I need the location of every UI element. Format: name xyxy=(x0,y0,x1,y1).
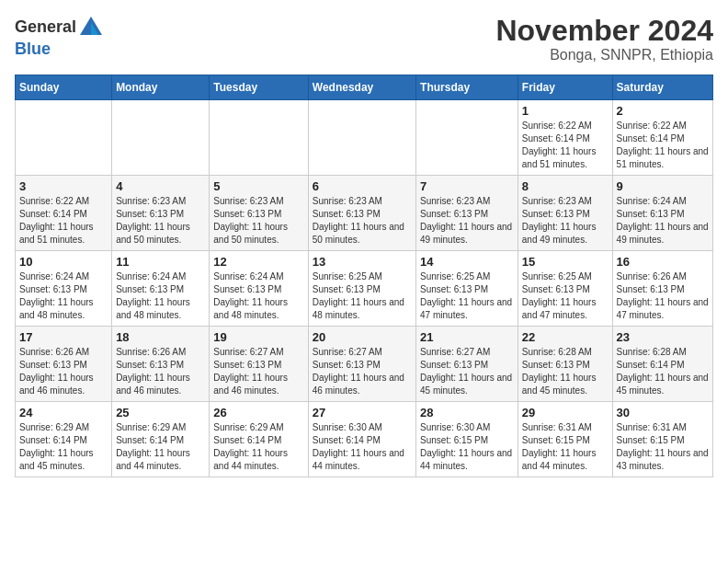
location-subtitle: Bonga, SNNPR, Ethiopia xyxy=(495,47,713,63)
day-number: 3 xyxy=(19,179,108,193)
day-number: 28 xyxy=(420,406,514,419)
calendar-cell: 3Sunrise: 6:22 AM Sunset: 6:14 PM Daylig… xyxy=(16,176,112,251)
day-info: Sunrise: 6:22 AM Sunset: 6:14 PM Dayligh… xyxy=(617,120,709,171)
logo-general: General xyxy=(15,18,76,37)
calendar-cell: 28Sunrise: 6:30 AM Sunset: 6:15 PM Dayli… xyxy=(416,402,518,477)
calendar-cell: 16Sunrise: 6:26 AM Sunset: 6:13 PM Dayli… xyxy=(612,251,712,327)
calendar-cell: 13Sunrise: 6:25 AM Sunset: 6:13 PM Dayli… xyxy=(308,251,415,327)
day-info: Sunrise: 6:25 AM Sunset: 6:13 PM Dayligh… xyxy=(522,270,609,322)
day-number: 27 xyxy=(313,406,412,419)
calendar-cell: 25Sunrise: 6:29 AM Sunset: 6:14 PM Dayli… xyxy=(112,402,210,477)
calendar-cell: 26Sunrise: 6:29 AM Sunset: 6:14 PM Dayli… xyxy=(210,402,308,477)
day-info: Sunrise: 6:26 AM Sunset: 6:13 PM Dayligh… xyxy=(19,346,108,397)
day-number: 7 xyxy=(420,179,514,193)
calendar-cell: 1Sunrise: 6:22 AM Sunset: 6:14 PM Daylig… xyxy=(518,100,612,176)
day-info: Sunrise: 6:28 AM Sunset: 6:14 PM Dayligh… xyxy=(617,346,709,397)
day-of-week-header: Thursday xyxy=(416,75,518,100)
calendar-table: SundayMondayTuesdayWednesdayThursdayFrid… xyxy=(15,75,713,477)
day-info: Sunrise: 6:25 AM Sunset: 6:13 PM Dayligh… xyxy=(420,270,514,322)
day-number: 18 xyxy=(116,330,205,344)
day-of-week-header: Sunday xyxy=(16,75,112,100)
day-info: Sunrise: 6:23 AM Sunset: 6:13 PM Dayligh… xyxy=(213,195,303,247)
day-info: Sunrise: 6:26 AM Sunset: 6:13 PM Dayligh… xyxy=(116,346,205,397)
day-number: 29 xyxy=(522,406,609,419)
calendar-cell: 14Sunrise: 6:25 AM Sunset: 6:13 PM Dayli… xyxy=(416,251,518,327)
day-number: 19 xyxy=(213,330,303,344)
calendar-week-row: 1Sunrise: 6:22 AM Sunset: 6:14 PM Daylig… xyxy=(16,100,713,176)
day-number: 22 xyxy=(522,330,609,344)
day-number: 17 xyxy=(19,330,108,344)
day-number: 14 xyxy=(420,255,514,269)
day-number: 30 xyxy=(617,406,709,419)
title-area: November 2024 Bonga, SNNPR, Ethiopia xyxy=(495,15,713,63)
day-number: 5 xyxy=(213,179,303,193)
day-number: 24 xyxy=(19,406,108,419)
calendar-week-row: 3Sunrise: 6:22 AM Sunset: 6:14 PM Daylig… xyxy=(16,176,713,251)
day-info: Sunrise: 6:22 AM Sunset: 6:14 PM Dayligh… xyxy=(19,195,108,247)
calendar-cell: 23Sunrise: 6:28 AM Sunset: 6:14 PM Dayli… xyxy=(612,327,712,402)
day-info: Sunrise: 6:27 AM Sunset: 6:13 PM Dayligh… xyxy=(420,346,514,397)
day-info: Sunrise: 6:24 AM Sunset: 6:13 PM Dayligh… xyxy=(617,195,709,247)
day-info: Sunrise: 6:23 AM Sunset: 6:13 PM Dayligh… xyxy=(116,195,205,247)
calendar-cell xyxy=(416,100,518,176)
calendar-week-row: 17Sunrise: 6:26 AM Sunset: 6:13 PM Dayli… xyxy=(16,327,713,402)
day-of-week-header: Saturday xyxy=(612,75,712,100)
day-info: Sunrise: 6:27 AM Sunset: 6:13 PM Dayligh… xyxy=(313,346,412,397)
day-info: Sunrise: 6:25 AM Sunset: 6:13 PM Dayligh… xyxy=(313,270,412,322)
day-info: Sunrise: 6:27 AM Sunset: 6:13 PM Dayligh… xyxy=(213,346,303,397)
day-number: 11 xyxy=(116,255,205,269)
day-number: 16 xyxy=(617,255,709,269)
calendar-cell xyxy=(112,100,210,176)
day-info: Sunrise: 6:29 AM Sunset: 6:14 PM Dayligh… xyxy=(116,421,205,473)
calendar-cell: 18Sunrise: 6:26 AM Sunset: 6:13 PM Dayli… xyxy=(112,327,210,402)
calendar-cell: 10Sunrise: 6:24 AM Sunset: 6:13 PM Dayli… xyxy=(16,251,112,327)
day-number: 15 xyxy=(522,255,609,269)
calendar-cell: 2Sunrise: 6:22 AM Sunset: 6:14 PM Daylig… xyxy=(612,100,712,176)
day-info: Sunrise: 6:22 AM Sunset: 6:14 PM Dayligh… xyxy=(522,120,609,171)
calendar-cell: 20Sunrise: 6:27 AM Sunset: 6:13 PM Dayli… xyxy=(308,327,415,402)
day-info: Sunrise: 6:29 AM Sunset: 6:14 PM Dayligh… xyxy=(213,421,303,473)
day-info: Sunrise: 6:24 AM Sunset: 6:13 PM Dayligh… xyxy=(213,270,303,322)
day-number: 10 xyxy=(19,255,108,269)
calendar-cell: 19Sunrise: 6:27 AM Sunset: 6:13 PM Dayli… xyxy=(210,327,308,402)
calendar-cell: 12Sunrise: 6:24 AM Sunset: 6:13 PM Dayli… xyxy=(210,251,308,327)
header: General Blue November 2024 Bonga, SNNPR,… xyxy=(15,15,713,63)
day-number: 12 xyxy=(213,255,303,269)
day-info: Sunrise: 6:31 AM Sunset: 6:15 PM Dayligh… xyxy=(617,421,709,473)
day-number: 8 xyxy=(522,179,609,193)
calendar-cell: 15Sunrise: 6:25 AM Sunset: 6:13 PM Dayli… xyxy=(518,251,612,327)
calendar-cell: 9Sunrise: 6:24 AM Sunset: 6:13 PM Daylig… xyxy=(612,176,712,251)
day-number: 26 xyxy=(213,406,303,419)
month-title: November 2024 xyxy=(495,15,713,47)
day-number: 9 xyxy=(617,179,709,193)
day-number: 4 xyxy=(116,179,205,193)
calendar-cell: 27Sunrise: 6:30 AM Sunset: 6:14 PM Dayli… xyxy=(308,402,415,477)
calendar-cell: 29Sunrise: 6:31 AM Sunset: 6:15 PM Dayli… xyxy=(518,402,612,477)
calendar-cell: 4Sunrise: 6:23 AM Sunset: 6:13 PM Daylig… xyxy=(112,176,210,251)
calendar-cell: 11Sunrise: 6:24 AM Sunset: 6:13 PM Dayli… xyxy=(112,251,210,327)
day-info: Sunrise: 6:28 AM Sunset: 6:13 PM Dayligh… xyxy=(522,346,609,397)
calendar-cell xyxy=(308,100,415,176)
day-info: Sunrise: 6:23 AM Sunset: 6:13 PM Dayligh… xyxy=(522,195,609,247)
day-info: Sunrise: 6:23 AM Sunset: 6:13 PM Dayligh… xyxy=(420,195,514,247)
calendar-cell: 8Sunrise: 6:23 AM Sunset: 6:13 PM Daylig… xyxy=(518,176,612,251)
day-number: 21 xyxy=(420,330,514,344)
day-info: Sunrise: 6:24 AM Sunset: 6:13 PM Dayligh… xyxy=(116,270,205,322)
calendar-cell: 5Sunrise: 6:23 AM Sunset: 6:13 PM Daylig… xyxy=(210,176,308,251)
day-number: 25 xyxy=(116,406,205,419)
day-info: Sunrise: 6:24 AM Sunset: 6:13 PM Dayligh… xyxy=(19,270,108,322)
calendar-cell xyxy=(16,100,112,176)
calendar-cell: 7Sunrise: 6:23 AM Sunset: 6:13 PM Daylig… xyxy=(416,176,518,251)
day-info: Sunrise: 6:30 AM Sunset: 6:15 PM Dayligh… xyxy=(420,421,514,473)
day-number: 23 xyxy=(617,330,709,344)
logo: General Blue xyxy=(15,15,104,59)
calendar-cell: 6Sunrise: 6:23 AM Sunset: 6:13 PM Daylig… xyxy=(308,176,415,251)
calendar-cell: 17Sunrise: 6:26 AM Sunset: 6:13 PM Dayli… xyxy=(16,327,112,402)
day-info: Sunrise: 6:30 AM Sunset: 6:14 PM Dayligh… xyxy=(313,421,412,473)
calendar-cell: 22Sunrise: 6:28 AM Sunset: 6:13 PM Dayli… xyxy=(518,327,612,402)
day-number: 1 xyxy=(522,104,609,118)
calendar-header-row: SundayMondayTuesdayWednesdayThursdayFrid… xyxy=(16,75,713,100)
calendar-cell: 21Sunrise: 6:27 AM Sunset: 6:13 PM Dayli… xyxy=(416,327,518,402)
calendar-body: 1Sunrise: 6:22 AM Sunset: 6:14 PM Daylig… xyxy=(16,100,713,477)
day-of-week-header: Monday xyxy=(112,75,210,100)
